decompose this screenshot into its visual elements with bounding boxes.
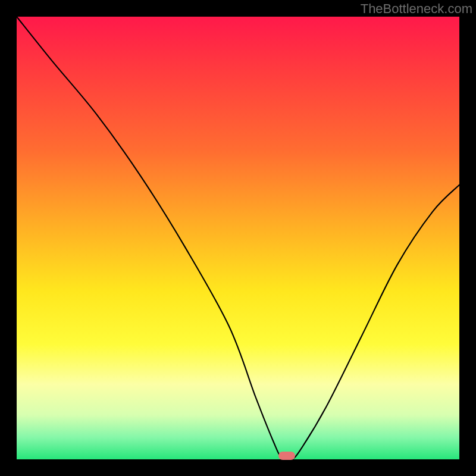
plot-area: [17, 17, 459, 459]
optimal-marker: [278, 452, 295, 460]
chart-container: TheBottleneck.com: [0, 0, 476, 476]
bottleneck-curve: [17, 17, 459, 459]
watermark-text: TheBottleneck.com: [361, 1, 472, 17]
